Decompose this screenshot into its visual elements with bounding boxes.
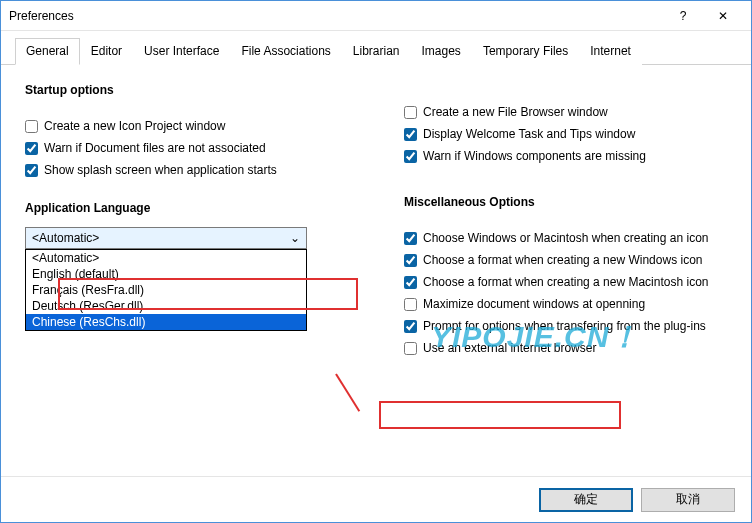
content-area: Startup options Create a new Icon Projec…: [1, 65, 751, 476]
chevron-down-icon: ⌄: [290, 231, 300, 245]
checkbox-format-mac[interactable]: [404, 276, 417, 289]
chk-splash[interactable]: Show splash screen when application star…: [25, 163, 348, 177]
label-maximize: Maximize document windows at openning: [423, 297, 645, 311]
chk-warn-assoc[interactable]: Warn if Document files are not associate…: [25, 141, 348, 155]
label-warn-components: Warn if Windows components are missing: [423, 149, 646, 163]
chk-choose-platform[interactable]: Choose Windows or Macintosh when creatin…: [404, 231, 727, 245]
startup-heading: Startup options: [25, 83, 348, 97]
language-dropdown[interactable]: <Automatic> ⌄ <Automatic> English (defau…: [25, 227, 307, 249]
tab-images[interactable]: Images: [411, 38, 472, 65]
label-warn-assoc: Warn if Document files are not associate…: [44, 141, 266, 155]
tab-file-associations[interactable]: File Associations: [230, 38, 341, 65]
dd-item-english[interactable]: English (default): [26, 266, 306, 282]
tab-librarian[interactable]: Librarian: [342, 38, 411, 65]
left-column: Startup options Create a new Icon Projec…: [25, 83, 348, 458]
label-format-mac: Choose a format when creating a new Maci…: [423, 275, 709, 289]
label-external-browser: Use an external internet browser: [423, 341, 596, 355]
checkbox-welcome[interactable]: [404, 128, 417, 141]
chk-format-win[interactable]: Choose a format when creating a new Wind…: [404, 253, 727, 267]
tab-internet[interactable]: Internet: [579, 38, 642, 65]
chk-external-browser[interactable]: Use an external internet browser: [404, 341, 727, 355]
tab-general[interactable]: General: [15, 38, 80, 65]
window-title: Preferences: [9, 9, 663, 23]
checkbox-choose-platform[interactable]: [404, 232, 417, 245]
chk-maximize[interactable]: Maximize document windows at openning: [404, 297, 727, 311]
checkbox-warn-components[interactable]: [404, 150, 417, 163]
ok-button[interactable]: 确定: [539, 488, 633, 512]
preferences-window: Preferences ? ✕ General Editor User Inte…: [0, 0, 752, 523]
checkbox-format-win[interactable]: [404, 254, 417, 267]
chk-format-mac[interactable]: Choose a format when creating a new Maci…: [404, 275, 727, 289]
dropdown-current: <Automatic>: [32, 231, 99, 245]
tab-editor[interactable]: Editor: [80, 38, 133, 65]
dd-item-automatic[interactable]: <Automatic>: [26, 250, 306, 266]
dd-item-francais[interactable]: Français (ResFra.dll): [26, 282, 306, 298]
label-icon-project: Create a new Icon Project window: [44, 119, 225, 133]
checkbox-warn-assoc[interactable]: [25, 142, 38, 155]
language-heading: Application Language: [25, 201, 348, 215]
tab-bar: General Editor User Interface File Assoc…: [1, 31, 751, 65]
dropdown-button[interactable]: <Automatic> ⌄: [25, 227, 307, 249]
label-choose-platform: Choose Windows or Macintosh when creatin…: [423, 231, 708, 245]
checkbox-file-browser[interactable]: [404, 106, 417, 119]
label-splash: Show splash screen when application star…: [44, 163, 277, 177]
checkbox-splash[interactable]: [25, 164, 38, 177]
chk-file-browser[interactable]: Create a new File Browser window: [404, 105, 727, 119]
language-section: Application Language <Automatic> ⌄ <Auto…: [25, 201, 348, 249]
checkbox-external-browser[interactable]: [404, 342, 417, 355]
tab-temporary-files[interactable]: Temporary Files: [472, 38, 579, 65]
right-column: Create a new File Browser window Display…: [404, 83, 727, 458]
footer: 确定 取消: [1, 476, 751, 522]
tab-user-interface[interactable]: User Interface: [133, 38, 230, 65]
cancel-button[interactable]: 取消: [641, 488, 735, 512]
checkbox-icon-project[interactable]: [25, 120, 38, 133]
chk-new-icon-project[interactable]: Create a new Icon Project window: [25, 119, 348, 133]
label-prompt-transfer: Prompt for options when transfering from…: [423, 319, 706, 333]
chk-prompt-transfer[interactable]: Prompt for options when transfering from…: [404, 319, 727, 333]
title-bar: Preferences ? ✕: [1, 1, 751, 31]
label-welcome: Display Welcome Task and Tips window: [423, 127, 635, 141]
checkbox-prompt-transfer[interactable]: [404, 320, 417, 333]
label-file-browser: Create a new File Browser window: [423, 105, 608, 119]
dd-item-chinese[interactable]: Chinese (ResChs.dll): [26, 314, 306, 330]
help-button[interactable]: ?: [663, 2, 703, 30]
misc-heading: Miscellaneous Options: [404, 195, 727, 209]
chk-warn-components[interactable]: Warn if Windows components are missing: [404, 149, 727, 163]
dd-item-deutsch[interactable]: Deutsch (ResGer.dll): [26, 298, 306, 314]
checkbox-maximize[interactable]: [404, 298, 417, 311]
close-button[interactable]: ✕: [703, 2, 743, 30]
label-format-win: Choose a format when creating a new Wind…: [423, 253, 702, 267]
dropdown-list: <Automatic> English (default) Français (…: [25, 249, 307, 331]
chk-welcome[interactable]: Display Welcome Task and Tips window: [404, 127, 727, 141]
